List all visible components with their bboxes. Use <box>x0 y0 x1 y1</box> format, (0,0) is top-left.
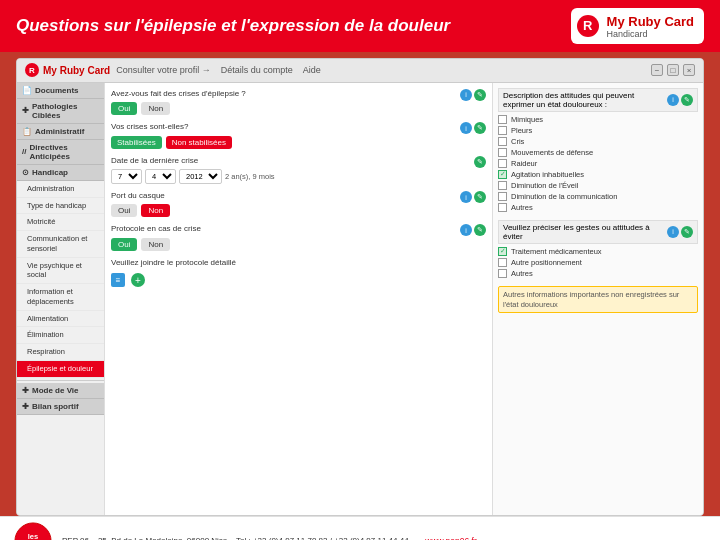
cb-cris[interactable] <box>498 137 507 146</box>
sidebar-item-elimination[interactable]: Élimination <box>17 327 104 344</box>
note-text: Autres informations importantes non enre… <box>498 286 698 314</box>
sidebar-item-vie-psychique[interactable]: Vie psychique et social <box>17 258 104 285</box>
cb-traitement[interactable]: ✓ <box>498 247 507 256</box>
sidebar-item-communication[interactable]: Communication et sensoriel <box>17 231 104 258</box>
admin-icon: 📋 <box>22 127 32 136</box>
app-body: 📄 Documents ✚ Pathologies Ciblées 📋 Admi… <box>17 83 703 515</box>
question-protocole: Protocole en cas de crise i ✎ Oui Non <box>111 224 486 250</box>
right-section-attitudes: Description des attitudes qui peuvent ex… <box>498 88 698 212</box>
cb-position[interactable] <box>498 258 507 267</box>
content-area: Avez-vous fait des crises d'épilepsie ? … <box>105 83 703 515</box>
sidebar-section-bilan: ✚ Bilan sportif <box>17 399 104 415</box>
nav-profile[interactable]: Consulter votre profil → <box>116 65 211 75</box>
q6-label: Veuillez joindre le protocole détaillé <box>111 258 486 268</box>
documents-icon: 📄 <box>22 86 32 95</box>
q3-age-text: 2 an(s), 9 mois <box>225 172 275 181</box>
sidebar-item-type-handicap[interactable]: Type de handicap <box>17 198 104 215</box>
cb-mouvements[interactable] <box>498 148 507 157</box>
list-item: Raideur <box>498 159 698 168</box>
q1-info-icon[interactable]: i <box>460 89 472 101</box>
list-item: ✓Traitement médicamenteux <box>498 247 698 256</box>
footer: les PEP PEP 06 – 35, Bd de La Madeleine,… <box>0 516 720 540</box>
q4-oui-btn[interactable]: Oui <box>111 204 137 217</box>
q2-info-icon[interactable]: i <box>460 122 472 134</box>
app-window: R My Ruby Card Consulter votre profil → … <box>16 58 704 516</box>
q1-edit-icon[interactable]: ✎ <box>474 89 486 101</box>
s1-edit-icon[interactable]: ✎ <box>681 94 693 106</box>
list-item: Diminution de la communication <box>498 192 698 201</box>
sidebar-item-alimentation[interactable]: Alimentation <box>17 311 104 328</box>
bilan-icon: ✚ <box>22 402 29 411</box>
q5-info-icon[interactable]: i <box>460 224 472 236</box>
app-titlebar: R My Ruby Card Consulter votre profil → … <box>17 59 703 83</box>
cb-pleurs[interactable] <box>498 126 507 135</box>
win-minimize[interactable]: − <box>651 64 663 76</box>
nav-account[interactable]: Détails du compte <box>221 65 293 75</box>
list-item: Cris <box>498 137 698 146</box>
sidebar-item-information[interactable]: Information et déplacements <box>17 284 104 311</box>
header: Questions sur l'épilepsie et l'expressio… <box>0 0 720 52</box>
s2-edit-icon[interactable]: ✎ <box>681 226 693 238</box>
nav-help[interactable]: Aide <box>303 65 321 75</box>
footer-link[interactable]: www.pep06.fr <box>425 536 477 540</box>
cb-autres2[interactable] <box>498 269 507 278</box>
form-panel: Avez-vous fait des crises d'épilepsie ? … <box>105 83 493 515</box>
right-section-note: Autres informations importantes non enre… <box>498 286 698 314</box>
cb-eveil[interactable] <box>498 181 507 190</box>
handicap-icon: ⊙ <box>22 168 29 177</box>
gestes-list: ✓Traitement médicamenteux Autre position… <box>498 247 698 278</box>
q2-edit-icon[interactable]: ✎ <box>474 122 486 134</box>
cb-autres1[interactable] <box>498 203 507 212</box>
cb-mimiques[interactable] <box>498 115 507 124</box>
sidebar: 📄 Documents ✚ Pathologies Ciblées 📋 Admi… <box>17 83 105 515</box>
q1-oui-btn[interactable]: Oui <box>111 102 137 115</box>
win-close[interactable]: × <box>683 64 695 76</box>
question-joindre-protocole: Veuillez joindre le protocole détaillé ≡… <box>111 258 486 287</box>
app-logo-r: R <box>25 63 39 77</box>
right-section-gestes: Veuillez préciser les gestes ou attitude… <box>498 220 698 278</box>
divider <box>17 380 104 381</box>
list-item: Autres <box>498 203 698 212</box>
q4-info-icon[interactable]: i <box>460 191 472 203</box>
window-controls: − □ × <box>651 64 695 76</box>
pathologies-icon: ✚ <box>22 106 29 115</box>
sidebar-section-mode-vie: ✚ Mode de Vie <box>17 383 104 399</box>
q5-non-btn[interactable]: Non <box>141 238 170 251</box>
attitudes-list: Mimiques Pleurs Cris Mouvements de défen… <box>498 115 698 212</box>
cb-raideur[interactable] <box>498 159 507 168</box>
protocol-add-btn[interactable]: + <box>131 273 145 287</box>
q1-non-btn[interactable]: Non <box>141 102 170 115</box>
sidebar-section-admin: 📋 Administratif <box>17 124 104 140</box>
sidebar-item-epilepsie[interactable]: Épilepsie et douleur <box>17 361 104 378</box>
app-logo-name: My Ruby Card <box>43 65 110 76</box>
app-nav: Consulter votre profil → Détails du comp… <box>116 65 321 75</box>
q3-year-select[interactable]: 2012 <box>179 169 222 184</box>
q5-oui-btn[interactable]: Oui <box>111 238 137 251</box>
sidebar-item-motricite[interactable]: Motricité <box>17 214 104 231</box>
list-item: Mouvements de défense <box>498 148 698 157</box>
sidebar-item-administration[interactable]: Administration <box>17 181 104 198</box>
logo-sub: Handicard <box>607 30 694 40</box>
q4-edit-icon[interactable]: ✎ <box>474 191 486 203</box>
q4-non-btn[interactable]: Non <box>141 204 170 217</box>
q2-label: Vos crises sont-elles? <box>111 122 188 132</box>
list-item: Pleurs <box>498 126 698 135</box>
q3-day-select[interactable]: 7 <box>111 169 142 184</box>
cb-agitation[interactable]: ✓ <box>498 170 507 179</box>
q2-stab-btn[interactable]: Stabilisées <box>111 136 162 149</box>
header-logo: R My Ruby Card Handicard <box>571 8 704 44</box>
footer-logo: les PEP <box>14 522 52 540</box>
win-maximize[interactable]: □ <box>667 64 679 76</box>
q3-month-select[interactable]: 4 <box>145 169 176 184</box>
q3-edit-icon[interactable]: ✎ <box>474 156 486 168</box>
q2-nonstab-btn[interactable]: Non stabilisées <box>166 136 232 149</box>
q4-label: Port du casque <box>111 191 165 201</box>
q5-edit-icon[interactable]: ✎ <box>474 224 486 236</box>
sidebar-item-respiration[interactable]: Respiration <box>17 344 104 361</box>
main-area: R My Ruby Card Consulter votre profil → … <box>0 52 720 516</box>
attitudes-header: Description des attitudes qui peuvent ex… <box>498 88 698 112</box>
s2-info-icon[interactable]: i <box>667 226 679 238</box>
list-item: ✓Agitation inhabituelles <box>498 170 698 179</box>
cb-communication[interactable] <box>498 192 507 201</box>
s1-info-icon[interactable]: i <box>667 94 679 106</box>
